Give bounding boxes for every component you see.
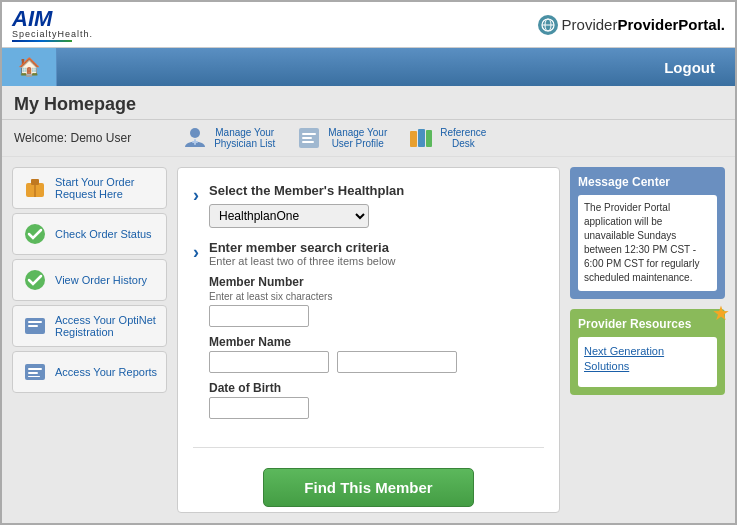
search-content: Enter member search criteria Enter at le…	[209, 240, 544, 427]
search-label: Enter member search criteria	[209, 240, 544, 255]
view-history-label: View Order History	[55, 274, 147, 286]
right-panel: Message Center The Provider Portal appli…	[570, 167, 725, 513]
dob-label: Date of Birth	[209, 381, 544, 395]
svg-rect-11	[418, 129, 425, 147]
optinet-icon	[21, 312, 49, 340]
healthplan-select[interactable]: HealthplanOne HealthplanTwo HealthplanTh…	[209, 204, 369, 228]
provider-resources-body: Next Generation Solutions	[578, 337, 717, 387]
chevron-right-icon-2: ›	[193, 242, 199, 263]
star-badge-icon: ★	[712, 301, 730, 325]
healthplan-section: › Select the Member's Healthplan Healthp…	[193, 183, 544, 228]
svg-rect-5	[194, 139, 196, 145]
svg-point-3	[190, 128, 200, 138]
nav-manage-physician[interactable]: Manage YourPhysician List	[181, 124, 275, 152]
sidebar-item-optinet[interactable]: Access Your OptiNet Registration	[12, 305, 167, 347]
logo-underline	[12, 40, 72, 42]
nav-spacer	[57, 48, 644, 86]
physician-icon	[181, 124, 209, 152]
message-center-body: The Provider Portal application will be …	[578, 195, 717, 291]
check-icon	[21, 220, 49, 248]
profile-icon	[295, 124, 323, 152]
reports-icon	[21, 358, 49, 386]
next-generation-link[interactable]: Next Generation Solutions	[584, 345, 664, 372]
history-icon	[21, 266, 49, 294]
healthplan-content: Select the Member's Healthplan Healthpla…	[209, 183, 544, 228]
home-icon: 🏠	[18, 56, 40, 78]
sidebar-item-reports[interactable]: Access Your Reports	[12, 351, 167, 393]
member-lastname-input[interactable]	[337, 351, 457, 373]
svg-rect-19	[28, 321, 42, 323]
member-number-group: Member Number Enter at least six charact…	[209, 275, 544, 327]
member-name-group: Member Name	[209, 335, 544, 373]
svg-rect-22	[28, 368, 42, 370]
member-firstname-input[interactable]	[209, 351, 329, 373]
nav-manage-profile[interactable]: Manage YourUser Profile	[295, 124, 387, 152]
message-center-title: Message Center	[578, 175, 717, 189]
page-title: My Homepage	[2, 86, 735, 120]
divider	[193, 447, 544, 448]
provider-resources-title: Provider Resources	[578, 317, 717, 331]
header: AIM SpecialtyHealth. ProviderProviderPor…	[2, 2, 735, 48]
globe-icon	[538, 15, 558, 35]
optinet-label: Access Your OptiNet Registration	[55, 314, 158, 338]
package-icon	[21, 174, 49, 202]
find-member-button[interactable]: Find This Member	[263, 468, 473, 507]
svg-rect-10	[410, 131, 417, 147]
welcome-text: Welcome: Demo User	[14, 131, 131, 145]
nav-reference-desk[interactable]: ReferenceDesk	[407, 124, 486, 152]
sidebar: Start Your Order Request Here Check Orde…	[12, 167, 167, 513]
member-number-sublabel: Enter at least six characters	[209, 291, 544, 302]
member-name-label: Member Name	[209, 335, 544, 349]
logo-area: AIM SpecialtyHealth.	[12, 8, 93, 42]
member-number-label: Member Number	[209, 275, 544, 289]
books-icon	[407, 124, 435, 152]
chevron-right-icon-1: ›	[193, 185, 199, 206]
check-order-label: Check Order Status	[55, 228, 152, 240]
main-content: Start Your Order Request Here Check Orde…	[2, 157, 735, 523]
provider-resources: ★ Provider Resources Next Generation Sol…	[570, 309, 725, 395]
search-hint: Enter at least two of three items below	[209, 255, 544, 267]
logout-button[interactable]: Logout	[644, 48, 735, 86]
member-number-input[interactable]	[209, 305, 309, 327]
svg-rect-20	[28, 325, 38, 327]
nav-bar: 🏠 Logout	[2, 48, 735, 86]
profile-label: Manage YourUser Profile	[328, 127, 387, 149]
svg-rect-24	[28, 376, 40, 377]
sidebar-item-start-order[interactable]: Start Your Order Request Here	[12, 167, 167, 209]
top-nav-links: Manage YourPhysician List Manage YourUse…	[181, 124, 486, 152]
svg-rect-7	[302, 133, 316, 135]
home-tab[interactable]: 🏠	[2, 48, 57, 86]
svg-rect-9	[302, 141, 314, 143]
provider-portal-logo: ProviderProviderPortal.	[538, 15, 725, 35]
healthplan-label: Select the Member's Healthplan	[209, 183, 544, 198]
dob-input[interactable]	[209, 397, 309, 419]
svg-rect-23	[28, 372, 38, 374]
welcome-bar: Welcome: Demo User Manage YourPhysician …	[2, 120, 735, 157]
reference-label: ReferenceDesk	[440, 127, 486, 149]
member-name-fields	[209, 351, 544, 373]
portal-text: ProviderProviderPortal.	[562, 16, 725, 33]
aim-logo: AIM SpecialtyHealth.	[12, 8, 93, 39]
message-center: Message Center The Provider Portal appli…	[570, 167, 725, 299]
search-section: › Enter member search criteria Enter at …	[193, 240, 544, 427]
svg-rect-12	[426, 130, 432, 147]
sidebar-item-check-order[interactable]: Check Order Status	[12, 213, 167, 255]
start-order-label: Start Your Order Request Here	[55, 176, 158, 200]
dob-group: Date of Birth	[209, 381, 544, 419]
reports-label: Access Your Reports	[55, 366, 157, 378]
sidebar-item-view-history[interactable]: View Order History	[12, 259, 167, 301]
physician-label: Manage YourPhysician List	[214, 127, 275, 149]
svg-rect-8	[302, 137, 312, 139]
center-panel: › Select the Member's Healthplan Healthp…	[177, 167, 560, 513]
